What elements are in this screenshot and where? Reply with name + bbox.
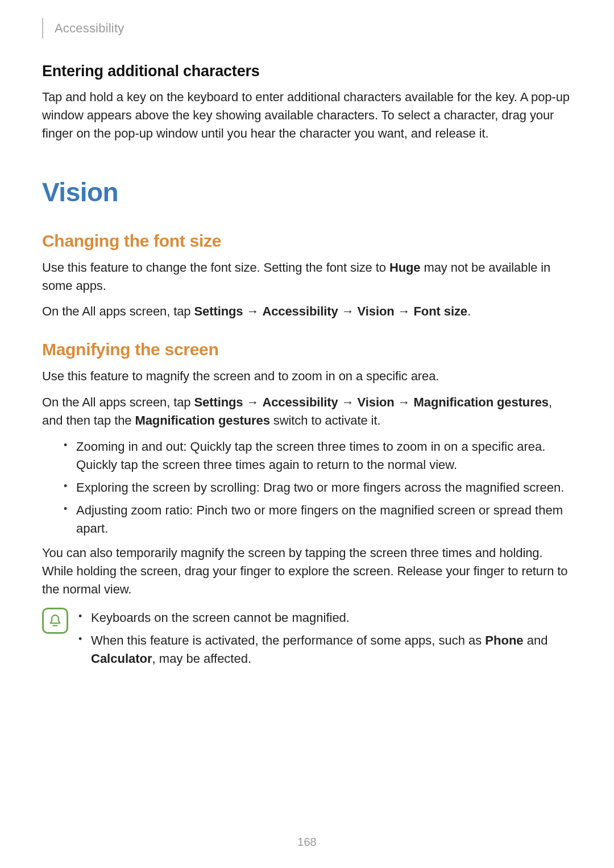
text-run: On the All apps screen, tap (42, 304, 194, 318)
arrow: → (243, 395, 262, 409)
text-bold: Phone (485, 633, 523, 647)
text-bold: Magnification gestures (414, 395, 549, 409)
section-heading-vision: Vision (42, 177, 572, 207)
text-bold: Vision (358, 395, 395, 409)
list-item: Zooming in and out: Quickly tap the scre… (64, 438, 572, 474)
arrow: → (395, 395, 414, 409)
page-number: 168 (0, 836, 614, 849)
arrow: → (243, 304, 262, 318)
text-run: When this feature is activated, the perf… (91, 633, 485, 647)
note-content: Keyboards on the screen cannot be magnif… (78, 607, 572, 675)
arrow: → (395, 304, 414, 318)
body-paragraph: Use this feature to magnify the screen a… (42, 367, 572, 385)
text-bold: Accessibility (262, 304, 338, 318)
text-bold: Settings (194, 395, 243, 409)
text-bold: Accessibility (262, 395, 338, 409)
text-bold: Magnification gestures (135, 413, 269, 427)
body-paragraph: On the All apps screen, tap Settings → A… (42, 393, 572, 430)
page: Accessibility Entering additional charac… (0, 0, 614, 868)
bullet-list: Keyboards on the screen cannot be magnif… (78, 609, 572, 668)
note-bell-icon (42, 608, 68, 634)
text-run: switch to activate it. (270, 413, 381, 427)
subsection-heading: Magnifying the screen (42, 340, 572, 359)
text-bold: Vision (358, 304, 395, 318)
page-header: Accessibility (42, 18, 572, 39)
list-item: Keyboards on the screen cannot be magnif… (78, 609, 572, 627)
body-paragraph: Tap and hold a key on the keyboard to en… (42, 88, 572, 143)
arrow: → (338, 395, 358, 409)
header-divider (42, 18, 43, 39)
list-item: When this feature is activated, the perf… (78, 632, 572, 668)
section-font-size: Changing the font size Use this feature … (42, 231, 572, 321)
body-paragraph: You can also temporarily magnify the scr… (42, 544, 572, 599)
text-run: On the All apps screen, tap (42, 395, 194, 409)
body-paragraph: On the All apps screen, tap Settings → A… (42, 302, 572, 321)
bullet-list: Zooming in and out: Quickly tap the scre… (42, 438, 572, 537)
subsection-heading: Entering additional characters (42, 63, 572, 80)
text-bold: Calculator (91, 651, 152, 666)
section-magnify: Magnifying the screen Use this feature t… (42, 340, 572, 674)
breadcrumb: Accessibility (55, 21, 124, 36)
note-block: Keyboards on the screen cannot be magnif… (42, 607, 572, 675)
subsection-heading: Changing the font size (42, 231, 572, 251)
text-run: , may be affected. (152, 651, 251, 666)
list-item: Exploring the screen by scrolling: Drag … (64, 479, 572, 497)
arrow: → (338, 304, 358, 318)
text-run: . (467, 304, 471, 318)
body-paragraph: Use this feature to change the font size… (42, 259, 572, 295)
text-bold: Font size (414, 304, 467, 318)
text-run: and (524, 633, 548, 647)
list-item: Adjusting zoom ratio: Pinch two or more … (64, 501, 572, 538)
text-bold: Settings (194, 304, 243, 318)
text-run: Use this feature to change the font size… (42, 260, 389, 275)
text-bold: Huge (389, 260, 421, 275)
section-entering-characters: Entering additional characters Tap and h… (42, 63, 572, 143)
